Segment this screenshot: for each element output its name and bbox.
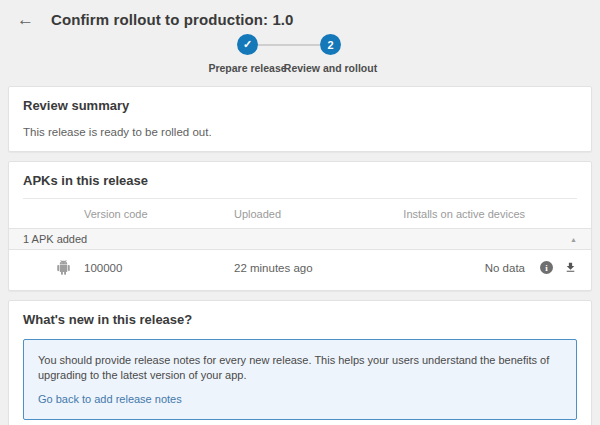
page-title: Confirm rollout to production: 1.0 xyxy=(51,11,294,28)
step-review-and-rollout[interactable]: 2 Review and rollout xyxy=(320,34,341,55)
back-arrow-icon[interactable]: ← xyxy=(17,11,34,28)
apk-table-header: Version code Uploaded Installs on active… xyxy=(9,199,591,228)
page-header: ← Confirm rollout to production: 1.0 xyxy=(0,0,600,28)
step-label: Prepare release xyxy=(208,62,286,74)
whats-new-title: What's new in this release? xyxy=(23,312,577,327)
apk-uploaded-time: 22 minutes ago xyxy=(234,262,384,274)
column-header-uploaded: Uploaded xyxy=(234,208,384,220)
step-number-badge: 2 xyxy=(320,34,341,55)
apk-table-row: 100000 22 minutes ago No data i xyxy=(9,250,591,277)
apk-group-row[interactable]: 1 APK added ▲ xyxy=(9,228,591,250)
go-back-add-release-notes-link[interactable]: Go back to add release notes xyxy=(38,393,182,405)
release-notes-notice-text: You should provide release notes for eve… xyxy=(38,353,562,383)
step-complete-check-icon: ✓ xyxy=(237,34,258,55)
review-summary-body: This release is ready to be rolled out. xyxy=(23,126,577,138)
android-icon xyxy=(23,260,84,275)
release-stepper: ✓ Prepare release 2 Review and rollout xyxy=(0,34,589,78)
column-header-installs: Installs on active devices xyxy=(384,208,525,220)
apk-version-code: 100000 xyxy=(84,262,234,274)
apk-installs-value: No data xyxy=(384,262,525,274)
release-notes-notice: You should provide release notes for eve… xyxy=(23,339,577,420)
collapse-caret-icon[interactable]: ▲ xyxy=(570,236,577,243)
review-summary-title: Review summary xyxy=(23,98,577,113)
whats-new-card: What's new in this release? You should p… xyxy=(8,300,592,425)
step-label: Review and rollout xyxy=(284,62,377,74)
apks-card-title: APKs in this release xyxy=(23,173,577,188)
apk-group-label: 1 APK added xyxy=(23,233,87,245)
stepper-connector xyxy=(258,44,320,46)
info-icon[interactable]: i xyxy=(540,261,553,274)
step-prepare-release[interactable]: ✓ Prepare release xyxy=(237,34,258,55)
confirm-rollout-page: ← Confirm rollout to production: 1.0 ✓ P… xyxy=(0,0,600,425)
column-header-version-code: Version code xyxy=(84,208,234,220)
apks-card: APKs in this release Version code Upload… xyxy=(8,161,592,291)
download-apk-icon[interactable] xyxy=(555,261,577,274)
review-summary-card: Review summary This release is ready to … xyxy=(8,86,592,152)
